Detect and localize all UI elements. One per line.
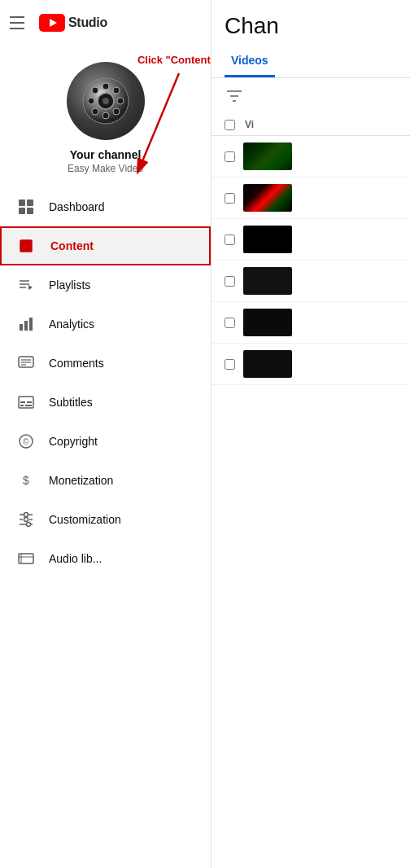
dashboard-icon (16, 197, 36, 217)
subtitles-icon (16, 392, 36, 412)
svg-rect-24 (20, 324, 23, 331)
video-thumbnail (243, 184, 292, 212)
content-icon (18, 236, 37, 256)
svg-point-5 (102, 83, 109, 90)
svg-rect-15 (27, 199, 33, 206)
tab-videos[interactable]: Videos (225, 46, 275, 77)
film-reel-icon (80, 75, 132, 127)
svg-point-41 (24, 513, 28, 517)
content-label: Content (50, 239, 94, 252)
avatar (67, 62, 145, 140)
video-thumbnail (243, 226, 292, 253)
svg-rect-17 (27, 208, 33, 214)
col-header-video: Vi (245, 119, 254, 130)
channel-profile: Click "Content" (0, 46, 211, 187)
svg-point-6 (102, 112, 109, 119)
analytics-icon (16, 314, 36, 334)
svg-rect-25 (24, 321, 28, 331)
svg-marker-23 (28, 285, 33, 290)
video-thumbnail (243, 309, 292, 336)
svg-point-47 (27, 523, 31, 527)
hamburger-button[interactable] (10, 13, 29, 33)
playlists-label: Playlists (49, 278, 90, 292)
monetization-icon: $ (16, 471, 36, 490)
row-checkbox[interactable] (225, 151, 235, 162)
table-header: Vi (212, 114, 410, 136)
comments-label: Comments (49, 357, 104, 370)
dashboard-label: Dashboard (49, 200, 105, 213)
svg-point-8 (117, 98, 124, 104)
click-annotation: Click "Content" (137, 54, 212, 66)
video-thumbnail (243, 267, 292, 295)
audio-icon (16, 549, 36, 568)
nav-section: Dashboard Content (0, 187, 211, 868)
filter-icon[interactable] (225, 86, 244, 106)
table-row (212, 219, 410, 261)
audio-library-label: Audio lib... (49, 552, 102, 565)
row-checkbox[interactable] (225, 235, 235, 245)
sidebar-item-customization[interactable]: Customization (0, 500, 211, 539)
row-checkbox[interactable] (225, 193, 235, 204)
svg-point-12 (92, 108, 98, 115)
svg-point-10 (113, 108, 120, 115)
svg-point-11 (113, 87, 120, 94)
subtitles-label: Subtitles (49, 396, 93, 409)
monetization-label: Monetization (49, 474, 113, 487)
sidebar-item-dashboard[interactable]: Dashboard (0, 187, 211, 226)
sidebar-item-audio-library[interactable]: Audio lib... (0, 539, 211, 578)
sidebar-item-copyright[interactable]: © Copyright (0, 422, 211, 461)
studio-label: Studio (68, 15, 107, 30)
video-list (212, 136, 410, 868)
comments-icon (16, 353, 36, 373)
sidebar-item-subtitles[interactable]: Subtitles (0, 383, 211, 422)
svg-rect-26 (29, 318, 33, 331)
select-all-checkbox[interactable] (225, 120, 235, 130)
logo: Studio (39, 14, 107, 32)
sidebar-item-content[interactable]: Content (0, 226, 211, 265)
svg-text:©: © (23, 437, 29, 446)
copyright-icon: © (16, 432, 36, 451)
row-checkbox[interactable] (225, 359, 235, 370)
sidebar-item-playlists[interactable]: Playlists (0, 265, 211, 305)
playlists-icon (16, 275, 36, 295)
analytics-label: Analytics (49, 318, 94, 331)
svg-point-4 (102, 98, 109, 104)
customization-icon (16, 510, 36, 529)
table-row (212, 136, 410, 178)
channel-name: Your channel (70, 148, 142, 161)
row-checkbox[interactable] (225, 276, 235, 287)
sidebar-item-comments[interactable]: Comments (0, 344, 211, 383)
customization-label: Customization (49, 513, 121, 526)
panel-title: Chan (212, 0, 410, 39)
svg-point-7 (88, 98, 94, 104)
tabs-row: Videos (212, 46, 410, 78)
video-thumbnail (243, 142, 292, 170)
copyright-label: Copyright (49, 435, 98, 448)
svg-point-44 (24, 518, 28, 522)
row-checkbox[interactable] (225, 318, 235, 328)
table-row (212, 178, 410, 219)
right-panel: Chan Videos Vi (212, 0, 410, 868)
svg-rect-16 (19, 208, 25, 214)
table-row (212, 302, 410, 344)
sidebar-item-monetization[interactable]: $ Monetization (0, 461, 211, 500)
youtube-icon (39, 14, 65, 32)
channel-handle: Easy Make Video (68, 163, 143, 174)
filter-row (212, 78, 410, 114)
svg-rect-14 (19, 199, 25, 206)
sidebar-item-analytics[interactable]: Analytics (0, 305, 211, 344)
annotation-label: Click "Content" (137, 54, 212, 66)
table-row (212, 344, 410, 385)
sidebar-header: Studio (0, 0, 211, 46)
svg-text:$: $ (23, 474, 29, 487)
table-row (212, 261, 410, 302)
video-thumbnail (243, 350, 292, 378)
